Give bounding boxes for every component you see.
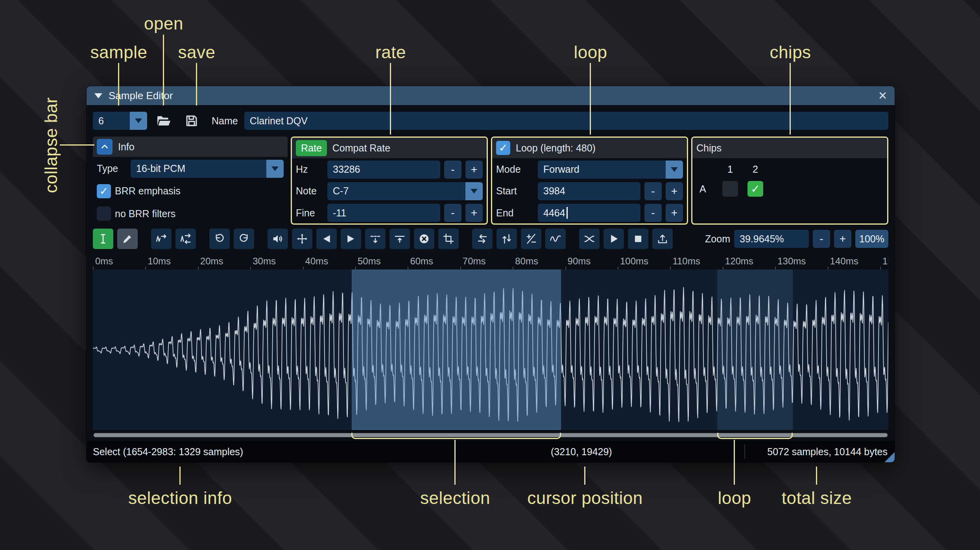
fine-increase-button[interactable]: + <box>465 204 483 222</box>
select-icon <box>97 233 109 245</box>
annotation-cursor-position-label: cursor position <box>527 488 643 508</box>
timeline-label: 110ms <box>672 256 700 267</box>
chip-1-checkbox[interactable] <box>722 181 738 197</box>
name-value: Clarinet DQV <box>250 115 308 127</box>
chevron-down-icon[interactable] <box>465 182 483 200</box>
loop-end-increase-button[interactable]: + <box>666 204 683 222</box>
open-button[interactable] <box>154 112 172 130</box>
name-input[interactable]: Clarinet DQV <box>244 112 888 130</box>
delete-button[interactable] <box>414 229 434 249</box>
collapse-bar-button[interactable] <box>97 139 113 155</box>
chip-2-checkbox[interactable] <box>747 181 763 197</box>
zoom-reset-button[interactable]: 100% <box>855 230 888 248</box>
no-brr-filters-checkbox[interactable] <box>97 207 111 221</box>
preview-button[interactable] <box>604 229 624 249</box>
hz-input[interactable]: 33286 <box>327 161 440 179</box>
chevron-down-icon[interactable] <box>130 112 147 130</box>
timeline-label: 90ms <box>568 256 591 267</box>
note-row: Note C-7 <box>292 181 487 201</box>
selection-region <box>352 269 561 430</box>
undo-button[interactable] <box>209 229 230 249</box>
annotation-loop-top-label: loop <box>574 42 607 62</box>
annotation-loop-bottom-label: loop <box>718 488 751 508</box>
sign-button[interactable] <box>521 229 541 249</box>
waveform-view[interactable] <box>93 269 888 430</box>
note-label: Note <box>296 185 323 197</box>
loop-end-input[interactable]: 4464 <box>538 204 640 222</box>
note-select[interactable]: C-7 <box>327 182 483 200</box>
zoom-input[interactable]: 39.9645% <box>734 230 809 248</box>
timeline-label: 80ms <box>515 256 538 267</box>
timeline-tick <box>303 267 304 269</box>
crossfade-button[interactable] <box>579 229 600 249</box>
annotation-selection-info-label: selection info <box>128 488 232 508</box>
loop-start-increase-button[interactable]: + <box>666 182 683 200</box>
loop-mode-select[interactable]: Forward <box>538 161 683 179</box>
invert-button[interactable] <box>496 229 517 249</box>
timeline-tick <box>618 267 618 269</box>
brr-emphasis-checkbox[interactable] <box>97 184 111 198</box>
annotation-total-size-line <box>816 467 817 485</box>
normalize-button[interactable] <box>292 229 312 249</box>
sign-icon <box>525 233 537 245</box>
timeline-ruler[interactable]: 0ms10ms20ms30ms40ms50ms60ms70ms80ms90ms1… <box>93 253 888 269</box>
annotation-chips-label: chips <box>770 42 811 62</box>
wavetable-button[interactable] <box>652 229 673 249</box>
timeline-tick <box>408 267 408 269</box>
amplify-button[interactable] <box>268 229 288 249</box>
loop-start-decrease-button[interactable]: - <box>644 182 662 200</box>
preview-icon <box>608 233 620 245</box>
resample-icon <box>180 233 192 245</box>
reverse-button[interactable] <box>472 229 493 249</box>
annotation-selection-label: selection <box>420 488 490 508</box>
loop-panel-title: Loop (length: 480) <box>516 142 596 154</box>
trim-button[interactable] <box>438 229 459 249</box>
chip-column-1: 1 <box>727 164 733 175</box>
sample-selector[interactable]: 6 <box>93 112 147 130</box>
loop-end-label: End <box>496 207 534 219</box>
titlebar[interactable]: Sample Editor × <box>87 86 895 105</box>
hz-value: 33286 <box>333 164 360 175</box>
resample-button[interactable] <box>175 229 196 249</box>
fade-out-button[interactable] <box>341 229 361 249</box>
note-value: C-7 <box>327 182 465 200</box>
loop-start-input[interactable]: 3984 <box>538 182 640 200</box>
draw-button[interactable] <box>117 229 138 249</box>
timeline-label: 20ms <box>200 256 223 267</box>
redo-button[interactable] <box>234 229 254 249</box>
fine-input[interactable]: -11 <box>327 204 440 222</box>
fade-in-button[interactable] <box>316 229 337 249</box>
loop-enable-checkbox[interactable] <box>496 141 510 155</box>
brr-emphasis-row: BRR emphasis <box>93 180 288 202</box>
annotation-total-size-label: total size <box>782 488 852 508</box>
insert-silence-button[interactable] <box>365 229 386 249</box>
waveform-scrollbar[interactable] <box>93 432 888 438</box>
crossfade-icon <box>583 233 595 245</box>
annotation-rate-label: rate <box>375 42 406 62</box>
loop-end-row: End 4464 - + <box>492 203 687 223</box>
sample-type-select[interactable]: 16-bit PCM <box>131 160 284 178</box>
zoom-out-button[interactable]: - <box>813 230 830 248</box>
resize-grip[interactable] <box>884 452 895 462</box>
filter-button[interactable] <box>545 229 566 249</box>
folder-open-icon <box>156 113 171 128</box>
window-collapse-icon[interactable] <box>94 93 102 98</box>
chevron-down-icon[interactable] <box>666 161 683 179</box>
close-button[interactable]: × <box>878 89 887 103</box>
resize-button[interactable] <box>151 229 172 249</box>
apply-silence-button[interactable] <box>389 229 410 249</box>
select-button[interactable] <box>93 229 113 249</box>
loop-start-label: Start <box>496 185 534 197</box>
hz-increase-button[interactable]: + <box>465 161 483 179</box>
save-button[interactable] <box>183 112 201 130</box>
hz-decrease-button[interactable]: - <box>444 161 461 179</box>
no-brr-filters-row: no BRR filters <box>93 203 288 225</box>
rate-badge[interactable]: Rate <box>296 140 327 156</box>
loop-end-decrease-button[interactable]: - <box>644 204 662 222</box>
stop-button[interactable] <box>628 229 648 249</box>
floppy-save-icon <box>184 113 199 128</box>
fine-decrease-button[interactable]: - <box>444 204 461 222</box>
chevron-down-icon[interactable] <box>266 160 284 178</box>
scrollbar-thumb[interactable] <box>94 433 888 437</box>
zoom-in-button[interactable]: + <box>834 230 851 248</box>
